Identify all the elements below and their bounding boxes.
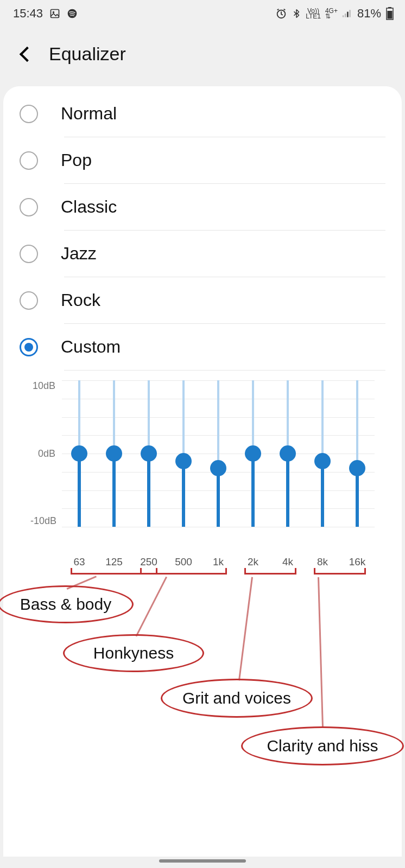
x-tick-label: 63 <box>68 556 90 568</box>
eq-slider-1k[interactable] <box>216 380 221 527</box>
eq-slider-8k[interactable] <box>320 380 325 527</box>
svg-rect-7 <box>349 10 351 17</box>
x-tick-label: 2k <box>242 556 264 568</box>
frequency-range-bracket <box>140 568 227 575</box>
slider-thumb[interactable] <box>175 453 192 469</box>
radio-button[interactable] <box>20 291 38 310</box>
equalizer-chart: 10dB 0dB -10dB 631252505001k2k4k8k16k <box>3 371 402 568</box>
radio-button[interactable] <box>20 105 38 123</box>
frequency-range-bracket <box>244 568 296 575</box>
slider-thumb[interactable] <box>280 445 296 462</box>
eq-slider-500[interactable] <box>181 380 186 527</box>
header: Equalizer <box>0 27 405 86</box>
home-indicator[interactable] <box>159 859 246 863</box>
svg-rect-4 <box>343 15 344 17</box>
eq-slider-2k[interactable] <box>250 380 256 527</box>
annotation-clarity-hiss: Clarity and hiss <box>241 726 404 765</box>
radio-button[interactable] <box>20 338 38 356</box>
slider-thumb[interactable] <box>106 445 122 462</box>
back-button[interactable] <box>22 49 33 60</box>
radio-button[interactable] <box>20 151 38 170</box>
preset-jazz[interactable]: Jazz <box>3 231 402 277</box>
x-axis-labels: 631252505001k2k4k8k16k <box>62 548 375 568</box>
preset-classic[interactable]: Classic <box>3 184 402 230</box>
settings-card: NormalPopClassicJazzRockCustom 10dB 0dB … <box>3 86 402 857</box>
status-time: 15:43 <box>13 7 43 21</box>
preset-label: Custom <box>61 337 121 357</box>
annotation-bass-body: Bass & body <box>0 585 134 623</box>
eq-slider-4k[interactable] <box>285 380 290 527</box>
volte-icon: Vo))LTE1 <box>306 8 321 19</box>
x-tick-label: 125 <box>103 556 125 568</box>
eq-slider-125[interactable] <box>111 380 117 527</box>
radio-button[interactable] <box>20 245 38 263</box>
preset-rock[interactable]: Rock <box>3 277 402 323</box>
annotation-label: Honkyness <box>93 644 174 662</box>
eq-slider-63[interactable] <box>77 380 82 527</box>
annotation-connector <box>238 577 253 680</box>
preset-label: Pop <box>61 150 92 170</box>
radio-button[interactable] <box>20 198 38 216</box>
preset-pop[interactable]: Pop <box>3 137 402 183</box>
alarm-icon <box>275 8 287 20</box>
svg-rect-5 <box>345 14 346 17</box>
preset-custom[interactable]: Custom <box>3 324 402 370</box>
network-icon: 4G+⇅ <box>325 8 338 19</box>
status-bar: 15:43 Vo))LTE1 4G+⇅ 81% <box>0 0 405 27</box>
preset-label: Classic <box>61 197 117 217</box>
x-tick-label: 1k <box>207 556 229 568</box>
annotation-honkyness: Honkyness <box>63 634 204 672</box>
annotation-label: Clarity and hiss <box>267 737 378 755</box>
slider-thumb[interactable] <box>71 445 87 462</box>
eq-slider-250[interactable] <box>146 380 151 527</box>
preset-normal[interactable]: Normal <box>3 91 402 137</box>
x-tick-label: 4k <box>277 556 299 568</box>
annotation-label: Bass & body <box>20 595 111 614</box>
slider-thumb[interactable] <box>210 460 226 476</box>
bluetooth-icon <box>292 8 301 20</box>
y-tick: -10dB <box>30 515 55 527</box>
chevron-left-icon <box>20 46 35 61</box>
x-tick-label: 250 <box>138 556 160 568</box>
svg-rect-0 <box>51 10 59 18</box>
battery-percent: 81% <box>357 7 381 21</box>
preset-label: Normal <box>61 104 117 124</box>
x-tick-label: 500 <box>173 556 194 568</box>
signal-icon <box>342 9 353 18</box>
annotation-grit-voices: Grit and voices <box>161 679 313 718</box>
x-tick-label: 16k <box>346 556 368 568</box>
slider-thumb[interactable] <box>349 460 365 476</box>
annotation-connector <box>135 577 167 637</box>
frequency-range-bracket <box>314 568 366 575</box>
y-tick: 10dB <box>30 380 55 392</box>
svg-point-1 <box>53 11 54 13</box>
battery-icon <box>385 7 394 20</box>
svg-rect-6 <box>347 12 349 17</box>
eq-slider-16k[interactable] <box>355 380 360 527</box>
annotation-label: Grit and voices <box>182 689 291 707</box>
y-axis-labels: 10dB 0dB -10dB <box>30 380 62 527</box>
svg-rect-10 <box>388 11 393 19</box>
slider-thumb[interactable] <box>314 453 331 469</box>
preset-label: Jazz <box>61 244 97 264</box>
spotify-icon <box>67 8 78 19</box>
y-tick: 0dB <box>30 448 55 459</box>
x-tick-label: 8k <box>312 556 333 568</box>
slider-thumb[interactable] <box>141 445 157 462</box>
page-title: Equalizer <box>49 43 126 65</box>
gallery-icon <box>49 8 60 19</box>
preset-label: Rock <box>61 290 100 310</box>
annotation-connector <box>318 577 324 727</box>
slider-thumb[interactable] <box>245 445 261 462</box>
